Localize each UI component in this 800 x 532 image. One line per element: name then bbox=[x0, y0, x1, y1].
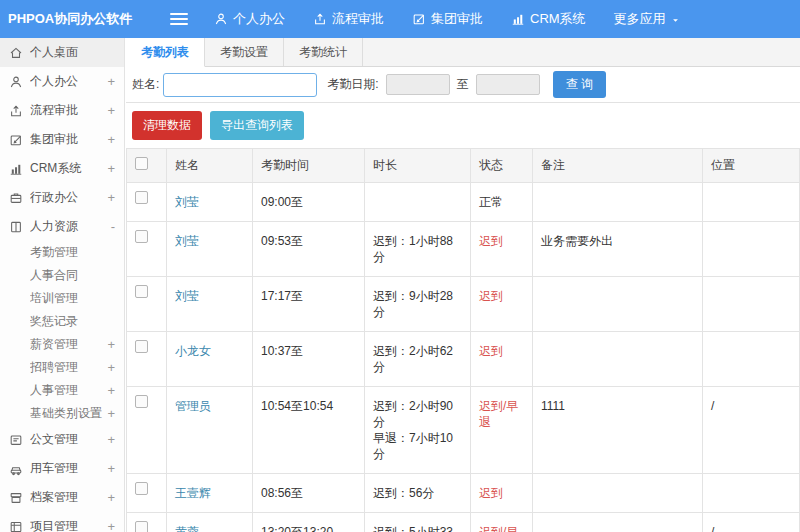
expander-icon: + bbox=[107, 519, 115, 532]
sidebar-item-admin-office[interactable]: 行政办公+ bbox=[0, 183, 124, 212]
col-duration: 时长 bbox=[365, 149, 471, 183]
row-checkbox[interactable] bbox=[135, 482, 148, 495]
sidebar-subitem-label: 人事管理 bbox=[30, 382, 103, 399]
nav-item-workflow-approval[interactable]: 流程审批 bbox=[313, 10, 384, 28]
employee-name-link[interactable]: 小龙女 bbox=[175, 344, 211, 358]
sidebar-item-group-approval[interactable]: 集团审批+ bbox=[0, 125, 124, 154]
nav-item-more-apps[interactable]: 更多应用 bbox=[614, 10, 681, 28]
table-row: 王壹辉08:56至迟到：56分迟到 bbox=[127, 474, 800, 513]
sidebar-subitem-training-mgmt[interactable]: 培训管理 bbox=[0, 287, 124, 310]
sidebar-subitem-personnel-contract[interactable]: 人事合同 bbox=[0, 264, 124, 287]
nav-item-personal-office[interactable]: 个人办公 bbox=[214, 10, 285, 28]
row-checkbox[interactable] bbox=[135, 230, 148, 243]
sidebar-item-archive-mgmt[interactable]: 档案管理+ bbox=[0, 483, 124, 512]
cell-duration: 迟到：9小时28分 bbox=[365, 277, 471, 332]
clean-data-button[interactable]: 清理数据 bbox=[132, 111, 202, 140]
cell-duration: 迟到：2小时90分 早退：7小时10分 bbox=[365, 387, 471, 474]
nav-item-label: 流程审批 bbox=[332, 10, 384, 28]
col-status: 状态 bbox=[471, 149, 533, 183]
employee-name-link[interactable]: 刘莹 bbox=[175, 289, 199, 303]
sidebar-subitem-label: 招聘管理 bbox=[30, 359, 103, 376]
cell-duration: 迟到：56分 bbox=[365, 474, 471, 513]
nav-menu: 个人办公流程审批集团审批CRM系统更多应用 bbox=[214, 10, 709, 28]
query-button[interactable]: 查 询 bbox=[553, 71, 606, 98]
tab-bar: 考勤列表 考勤设置 考勤统计 bbox=[126, 38, 800, 67]
expander-icon: + bbox=[107, 360, 115, 375]
nav-item-label: CRM系统 bbox=[530, 10, 586, 28]
user-icon bbox=[9, 75, 23, 89]
cell-duration bbox=[365, 183, 471, 222]
sidebar-subitem-label: 人事合同 bbox=[30, 267, 111, 284]
expander-icon: - bbox=[111, 219, 115, 234]
employee-name-link[interactable]: 黄蓉 bbox=[175, 525, 199, 532]
tab-attendance-stats[interactable]: 考勤统计 bbox=[284, 38, 363, 66]
cell-attendance-time: 08:56至 bbox=[253, 474, 365, 513]
date-from-input[interactable] bbox=[386, 74, 450, 95]
cell-remark bbox=[533, 277, 703, 332]
sidebar-item-label: 个人桌面 bbox=[30, 44, 111, 61]
expander-icon: + bbox=[107, 337, 115, 352]
cell-attendance-time: 10:54至10:54 bbox=[253, 387, 365, 474]
nav-item-group-approval[interactable]: 集团审批 bbox=[412, 10, 483, 28]
sidebar: 个人桌面个人办公+流程审批+集团审批+CRM系统+行政办公+人力资源-考勤管理人… bbox=[0, 38, 125, 532]
cell-location bbox=[703, 277, 800, 332]
sidebar-subitem-personnel-mgmt[interactable]: 人事管理+ bbox=[0, 379, 124, 402]
cell-name: 王壹辉 bbox=[167, 474, 253, 513]
tab-attendance-list[interactable]: 考勤列表 bbox=[126, 38, 205, 67]
sidebar-subitem-base-category-settings[interactable]: 基础类别设置+ bbox=[0, 402, 124, 425]
cell-attendance-time: 09:00至 bbox=[253, 183, 365, 222]
menu-toggle-icon[interactable] bbox=[170, 10, 188, 28]
sidebar-item-human-resources[interactable]: 人力资源- bbox=[0, 212, 124, 241]
cell-name: 黄蓉 bbox=[167, 513, 253, 532]
cell-name: 刘莹 bbox=[167, 183, 253, 222]
sidebar-item-label: 流程审批 bbox=[30, 102, 103, 119]
sidebar-item-label: 档案管理 bbox=[30, 489, 103, 506]
employee-name-link[interactable]: 管理员 bbox=[175, 399, 211, 413]
sidebar-item-vehicle-mgmt[interactable]: 用车管理+ bbox=[0, 454, 124, 483]
sidebar-subitem-reward-records[interactable]: 奖惩记录 bbox=[0, 310, 124, 333]
row-checkbox[interactable] bbox=[135, 191, 148, 204]
row-checkbox[interactable] bbox=[135, 340, 148, 353]
date-to-input[interactable] bbox=[476, 74, 540, 95]
sidebar-item-crm-system[interactable]: CRM系统+ bbox=[0, 154, 124, 183]
tab-attendance-settings[interactable]: 考勤设置 bbox=[205, 38, 284, 66]
cell-remark: 业务需要外出 bbox=[533, 222, 703, 277]
row-checkbox[interactable] bbox=[135, 521, 148, 532]
sidebar-subitem-recruit-mgmt[interactable]: 招聘管理+ bbox=[0, 356, 124, 379]
sidebar-subitem-attendance-mgmt[interactable]: 考勤管理 bbox=[0, 241, 124, 264]
main-content: 考勤列表 考勤设置 考勤统计 姓名: 考勤日期: 至 查 询 清理数据 导出查询… bbox=[126, 38, 800, 532]
sidebar-item-label: 集团审批 bbox=[30, 131, 103, 148]
header-checkbox-cell bbox=[127, 149, 167, 183]
sidebar-subitem-salary-mgmt[interactable]: 薪资管理+ bbox=[0, 333, 124, 356]
cell-status: 正常 bbox=[471, 183, 533, 222]
app-logo[interactable]: PHPOA协同办公软件 bbox=[0, 10, 128, 28]
sidebar-item-project-mgmt[interactable]: 项目管理+ bbox=[0, 512, 124, 532]
row-checkbox[interactable] bbox=[135, 285, 148, 298]
sidebar-item-personal-desktop[interactable]: 个人桌面 bbox=[0, 38, 124, 67]
caret-down-icon bbox=[670, 15, 681, 26]
name-input[interactable] bbox=[163, 73, 317, 97]
sidebar-item-personal-office[interactable]: 个人办公+ bbox=[0, 67, 124, 96]
cell-status: 迟到 bbox=[471, 222, 533, 277]
col-location: 位置 bbox=[703, 149, 800, 183]
row-checkbox-cell bbox=[127, 513, 167, 532]
sidebar-item-workflow-approval[interactable]: 流程审批+ bbox=[0, 96, 124, 125]
cell-duration: 迟到：2小时62分 bbox=[365, 332, 471, 387]
name-label: 姓名: bbox=[132, 76, 159, 93]
edit-icon bbox=[412, 12, 426, 26]
export-list-button[interactable]: 导出查询列表 bbox=[210, 111, 304, 140]
employee-name-link[interactable]: 王壹辉 bbox=[175, 486, 211, 500]
select-all-checkbox[interactable] bbox=[135, 157, 148, 170]
row-checkbox[interactable] bbox=[135, 395, 148, 408]
sidebar-item-document-mgmt[interactable]: 公文管理+ bbox=[0, 425, 124, 454]
employee-name-link[interactable]: 刘莹 bbox=[175, 195, 199, 209]
nav-item-crm-system[interactable]: CRM系统 bbox=[511, 10, 586, 28]
employee-name-link[interactable]: 刘莹 bbox=[175, 234, 199, 248]
cell-status: 迟到 bbox=[471, 474, 533, 513]
home-icon bbox=[9, 46, 23, 60]
cell-duration: 迟到：5小时33分 早退：4小时67分 bbox=[365, 513, 471, 532]
expander-icon: + bbox=[107, 74, 115, 89]
cell-attendance-time: 13:20至13:20 bbox=[253, 513, 365, 532]
expander-icon: + bbox=[107, 432, 115, 447]
sidebar-item-label: 用车管理 bbox=[30, 460, 103, 477]
